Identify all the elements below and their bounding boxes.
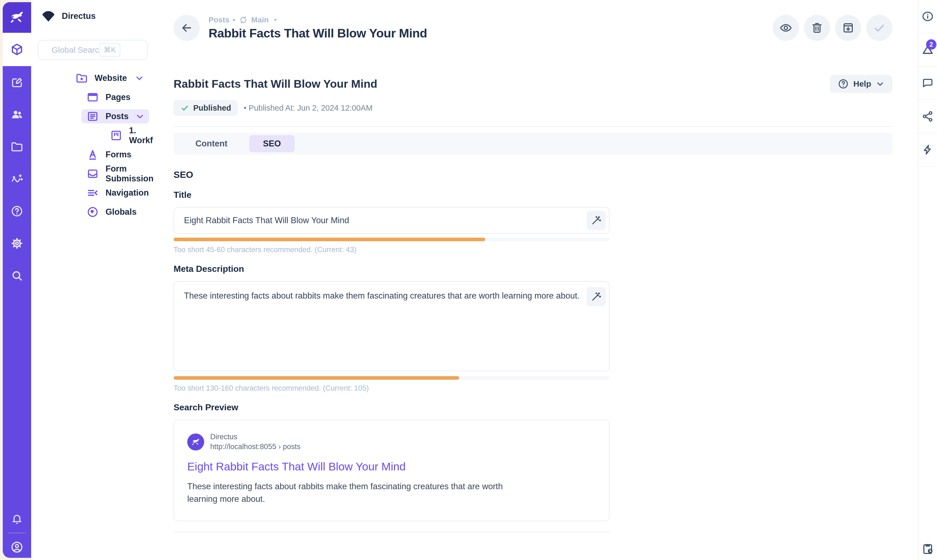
- collection-nav: Website Pages Posts: [74, 71, 149, 219]
- flows-panel-button[interactable]: [919, 133, 937, 167]
- item-heading: Rabbit Facts That Will Blow Your Mind: [174, 78, 377, 91]
- search-icon: [11, 269, 23, 282]
- sidebar-item-label: Pages: [105, 92, 130, 102]
- item-header: Rabbit Facts That Will Blow Your Mind He…: [174, 75, 892, 93]
- seo-form: SEO Title Too short 45-60 characters rec…: [174, 169, 610, 532]
- arrow-left-icon: [180, 21, 193, 34]
- comment-icon: [922, 77, 934, 89]
- tab-content[interactable]: Content: [196, 139, 227, 149]
- sidebar-item-pages[interactable]: Pages: [82, 90, 149, 105]
- bolt-icon: [922, 143, 934, 156]
- tab-seo[interactable]: SEO: [249, 135, 294, 152]
- search-preview-label: Search Preview: [174, 402, 610, 412]
- help-label: Help: [853, 79, 871, 89]
- breadcrumb[interactable]: Posts • Main: [208, 15, 427, 25]
- generate-meta-button[interactable]: [587, 287, 606, 306]
- help-circle-icon: [837, 78, 849, 89]
- seo-title-progress-fill: [174, 238, 485, 241]
- eye-icon: [779, 21, 792, 34]
- help-button[interactable]: Help: [830, 75, 892, 93]
- breadcrumb-collection[interactable]: Posts: [208, 15, 229, 24]
- delete-button[interactable]: [804, 15, 830, 41]
- seo-title-hint: Too short 45-60 characters recommended. …: [174, 246, 610, 254]
- project-header[interactable]: Directus: [31, 0, 153, 32]
- module-files[interactable]: [3, 131, 31, 163]
- generate-title-button[interactable]: [587, 211, 606, 230]
- magic-wand-icon: [591, 215, 602, 226]
- seo-meta-textarea[interactable]: These interesting facts about rabbits ma…: [174, 281, 610, 371]
- module-help[interactable]: [3, 195, 31, 227]
- preview-result-title[interactable]: Eight Rabbit Facts That Will Blow Your M…: [187, 460, 596, 473]
- sidebar-item-label: Website: [95, 73, 127, 83]
- chevron-down-icon[interactable]: [134, 73, 144, 83]
- info-panel-button[interactable]: [919, 0, 937, 33]
- header-divider: [174, 126, 892, 127]
- help-circle-icon: [11, 205, 23, 218]
- share-panel-button[interactable]: [919, 100, 937, 133]
- globe-icon: [86, 206, 99, 218]
- seo-title-progress: [174, 238, 610, 241]
- sidebar-item-globals[interactable]: Globals: [82, 205, 149, 219]
- sidebar-item-navigation[interactable]: Navigation: [82, 186, 149, 200]
- preview-result-description: These interesting facts about rabbits ma…: [187, 480, 510, 505]
- sidebar-item-form-submissions[interactable]: Form Submissions: [82, 167, 149, 181]
- seo-meta-label: Meta Description: [174, 264, 610, 274]
- back-button[interactable]: [174, 15, 200, 41]
- module-editor[interactable]: [3, 66, 31, 98]
- module-content-active[interactable]: [3, 33, 31, 66]
- check-icon: [872, 21, 886, 35]
- status-badge: Published: [174, 100, 238, 116]
- clipboard-clock-icon: [921, 542, 934, 555]
- preview-url: http://localhost:8055 › posts: [210, 443, 301, 451]
- seo-title-field: [174, 207, 610, 234]
- bell-icon: [11, 513, 23, 526]
- folder-icon: [11, 140, 23, 153]
- sidebar-item-workflow[interactable]: 1. Workflow: [105, 128, 149, 143]
- gear-icon: [11, 237, 23, 250]
- favicon-rabbit-icon: [187, 434, 204, 451]
- trash-icon: [811, 21, 824, 34]
- directus-logo[interactable]: [3, 2, 31, 33]
- directus-app: Directus ⌘K Website Pages: [0, 0, 937, 560]
- preview-site-meta: Directus http://localhost:8055 › posts: [210, 433, 301, 451]
- seo-section-label: SEO: [174, 169, 610, 180]
- module-search[interactable]: [3, 260, 31, 292]
- archive-icon: [841, 21, 855, 34]
- search-preview-card: Directus http://localhost:8055 › posts E…: [174, 420, 610, 521]
- bottom-divider: [174, 532, 610, 532]
- published-at-text: • Published At: Jun 2, 2024 12:00AM: [244, 103, 373, 112]
- users-icon: [11, 108, 23, 121]
- sidebar-item-label: Globals: [105, 207, 137, 217]
- account-button[interactable]: [10, 540, 24, 554]
- module-bar: [3, 2, 31, 558]
- revisions-count-badge: 2: [926, 39, 937, 50]
- notifications-button[interactable]: [11, 513, 23, 526]
- schedule-panel-button[interactable]: [921, 542, 934, 555]
- save-button[interactable]: [866, 15, 892, 41]
- caret-down-icon[interactable]: [272, 16, 279, 23]
- search-shortcut-kbd: ⌘K: [99, 43, 120, 57]
- seo-meta-field: These interesting facts about rabbits ma…: [174, 281, 610, 372]
- sidebar-item-forms[interactable]: Forms: [82, 148, 149, 162]
- revisions-panel-button[interactable]: 2: [919, 33, 937, 67]
- sidebar-item-label: Form Submissions: [105, 164, 158, 183]
- global-search-input[interactable]: [38, 40, 148, 60]
- article-icon: [86, 110, 99, 123]
- page-title: Rabbit Facts That Will Blow Your Mind: [208, 26, 427, 40]
- sidebar-item-label: Posts: [105, 111, 128, 121]
- chevron-down-icon[interactable]: [135, 111, 145, 121]
- archive-button[interactable]: [835, 15, 861, 41]
- main-content: Posts • Main Rabbit Facts That Will Blow…: [153, 0, 918, 560]
- preview-button[interactable]: [773, 15, 799, 41]
- module-insights[interactable]: [3, 163, 31, 195]
- sidebar-item-website[interactable]: Website: [71, 71, 149, 85]
- seo-title-input[interactable]: [174, 207, 610, 234]
- breadcrumb-version[interactable]: Main: [251, 15, 269, 24]
- sidebar-item-posts[interactable]: Posts: [82, 109, 149, 123]
- browser-icon: [86, 91, 99, 103]
- comments-panel-button[interactable]: [919, 67, 937, 100]
- info-icon: [922, 10, 934, 23]
- inbox-icon: [86, 168, 99, 180]
- module-users[interactable]: [3, 98, 31, 131]
- module-settings[interactable]: [3, 227, 31, 260]
